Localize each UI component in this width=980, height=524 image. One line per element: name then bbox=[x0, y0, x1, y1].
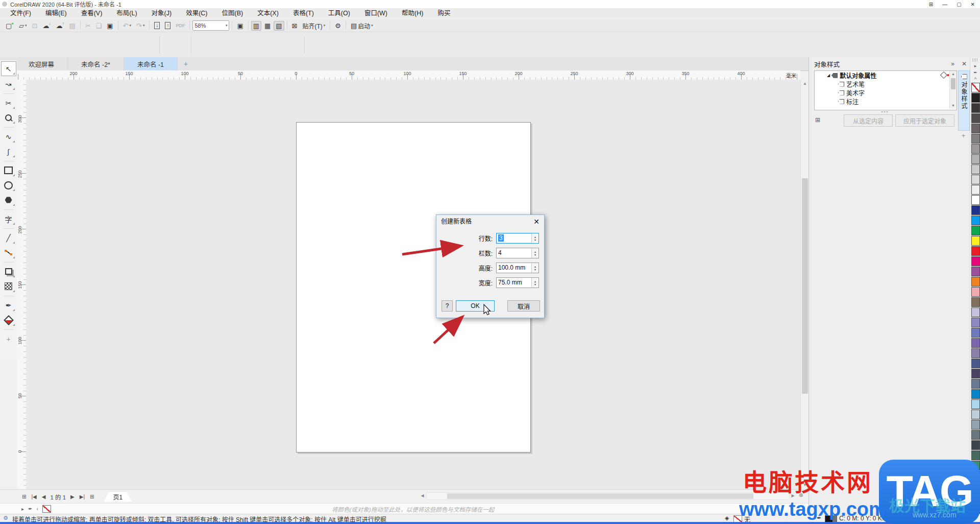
last-page-button[interactable]: ▶| bbox=[77, 494, 87, 499]
color-swatch[interactable] bbox=[971, 318, 980, 327]
doc-palette-no-color-swatch[interactable] bbox=[42, 505, 51, 513]
drop-shadow-tool[interactable] bbox=[2, 265, 16, 278]
next-page-button[interactable]: ▶ bbox=[68, 494, 77, 499]
interactive-fill-tool[interactable] bbox=[2, 313, 16, 327]
menu-item[interactable]: 表格(T) bbox=[286, 8, 321, 18]
color-swatch[interactable] bbox=[971, 185, 980, 195]
doc-palette-flyout-icon[interactable]: ▸ bbox=[19, 506, 26, 512]
horizontal-ruler[interactable]: 20015010050050100150200250300350400 bbox=[17, 70, 800, 80]
color-swatch[interactable] bbox=[971, 359, 980, 368]
doc-palette-eyedropper-icon[interactable]: ✒ bbox=[26, 506, 34, 512]
save-button[interactable]: ⊡ bbox=[30, 21, 39, 31]
color-swatch[interactable] bbox=[971, 369, 980, 378]
color-swatch[interactable] bbox=[971, 93, 980, 103]
export-button[interactable]: ↑ bbox=[163, 21, 173, 30]
widget-icon[interactable]: ⊞ bbox=[929, 2, 933, 7]
menu-item[interactable]: 窗口(W) bbox=[357, 8, 395, 18]
color-swatch[interactable] bbox=[971, 154, 980, 164]
prev-page-button[interactable]: ◀ bbox=[39, 494, 48, 499]
color-swatch[interactable] bbox=[971, 103, 980, 113]
open-button[interactable]: ▱ ▾ bbox=[17, 21, 29, 31]
new-document-button[interactable]: ▢ + bbox=[4, 21, 16, 31]
tab-untitled-1[interactable]: 未命名 -1 bbox=[124, 57, 178, 70]
freehand-tool[interactable]: ∿ bbox=[2, 130, 16, 144]
tree-scrollbar-thumb[interactable] bbox=[951, 78, 955, 89]
tab-welcome[interactable]: 欢迎屏幕 bbox=[15, 57, 68, 70]
tree-item[interactable]: 美术字 bbox=[815, 88, 957, 97]
no-color-swatch[interactable] bbox=[971, 83, 980, 92]
doc-palette-collapse-icon[interactable]: ‹ bbox=[34, 506, 40, 512]
vertical-scrollbar-thumb[interactable] bbox=[802, 178, 808, 394]
dialog-close-icon[interactable]: ✕ bbox=[533, 218, 540, 226]
show-grid-button[interactable]: ▦ bbox=[262, 21, 273, 31]
maximize-button[interactable]: ▢ bbox=[957, 2, 961, 7]
color-swatch[interactable] bbox=[971, 144, 980, 154]
color-swatch[interactable] bbox=[971, 287, 980, 297]
text-tool[interactable]: 字 bbox=[2, 212, 16, 226]
color-swatch[interactable] bbox=[971, 216, 980, 225]
expand-icon[interactable]: ◢ bbox=[827, 73, 830, 78]
vertical-ruler[interactable]: 300250200150100500 bbox=[17, 80, 27, 489]
scroll-left-icon[interactable]: ◀ bbox=[419, 492, 426, 499]
options-button[interactable]: ⚙ bbox=[333, 21, 343, 31]
new-document-tab-button[interactable]: + bbox=[178, 57, 194, 70]
tree-item[interactable]: 标注 bbox=[815, 97, 957, 106]
connector-tool[interactable] bbox=[2, 246, 16, 259]
color-swatch[interactable] bbox=[971, 430, 980, 440]
shape-tool[interactable]: ↝ bbox=[2, 77, 16, 91]
color-swatch[interactable] bbox=[971, 420, 980, 430]
save-to-cloud-button[interactable]: ☁ ↑ bbox=[54, 21, 66, 31]
rectangle-tool[interactable] bbox=[2, 163, 16, 177]
menu-item[interactable]: 工具(O) bbox=[321, 8, 357, 18]
page-tab[interactable]: 页1 bbox=[104, 492, 132, 502]
object-styles-vertical-tab[interactable]: 对象样式 bbox=[958, 70, 970, 131]
snap-off-button[interactable]: ⊠ bbox=[290, 21, 300, 31]
field-input[interactable]: 4 bbox=[497, 248, 531, 258]
color-swatch[interactable] bbox=[971, 450, 980, 460]
color-swatch[interactable] bbox=[971, 236, 980, 246]
ellipse-tool[interactable] bbox=[2, 178, 16, 192]
palette-eyedropper-icon[interactable]: ✒ bbox=[970, 69, 980, 76]
color-swatch[interactable] bbox=[971, 256, 980, 266]
color-swatch[interactable] bbox=[971, 195, 980, 205]
color-swatch[interactable] bbox=[971, 124, 980, 133]
transparency-tool[interactable] bbox=[2, 279, 16, 293]
zoom-tool[interactable] bbox=[2, 111, 16, 125]
field-input[interactable]: 75.0 mm bbox=[497, 278, 531, 288]
show-guidelines-button[interactable]: ▧ bbox=[274, 21, 284, 31]
apply-to-selection-button[interactable]: 应用于选定对象 bbox=[895, 114, 954, 127]
artistic-media-tool[interactable]: ∫ bbox=[2, 145, 16, 158]
menu-item[interactable]: 购买 bbox=[430, 8, 457, 18]
fullscreen-preview-button[interactable]: ▣ bbox=[235, 21, 245, 31]
add-docker-button[interactable]: + bbox=[958, 132, 969, 139]
field-spinner[interactable]: ▴▾ bbox=[531, 248, 538, 258]
color-swatch[interactable] bbox=[971, 338, 980, 348]
color-swatch[interactable] bbox=[971, 277, 980, 287]
color-swatch[interactable] bbox=[971, 389, 980, 399]
minimize-button[interactable]: — bbox=[942, 2, 947, 7]
menu-item[interactable]: 对象(J) bbox=[144, 8, 179, 18]
redo-button[interactable]: ↷ ▾ bbox=[134, 21, 146, 31]
menu-item[interactable]: 文件(F) bbox=[3, 8, 38, 18]
color-swatch[interactable] bbox=[971, 348, 980, 358]
add-page-end-button[interactable]: ⊞ bbox=[87, 494, 96, 499]
collapse-docker-icon[interactable]: » bbox=[947, 60, 958, 67]
vertical-scrollbar[interactable]: ▲ ▼ bbox=[800, 80, 809, 489]
new-style-set-icon[interactable]: ⊞ bbox=[815, 116, 820, 124]
scroll-up-icon[interactable]: ▲ bbox=[801, 80, 809, 88]
ok-button[interactable]: OK bbox=[456, 300, 495, 312]
launcher-menu[interactable]: ▤ 启动 ▾ bbox=[349, 20, 375, 31]
field-spinner[interactable]: ▴▾ bbox=[531, 278, 538, 288]
drawing-canvas[interactable] bbox=[26, 80, 800, 489]
publish-pdf-button[interactable]: PDF bbox=[174, 21, 187, 31]
color-swatch[interactable] bbox=[971, 410, 980, 419]
palette-flyout-icon[interactable]: ▸ bbox=[970, 63, 980, 69]
show-rulers-button[interactable]: ▥ bbox=[251, 21, 261, 31]
tab-untitled-2[interactable]: 未命名 -2* bbox=[68, 57, 124, 70]
menu-item[interactable]: 帮助(H) bbox=[395, 8, 430, 18]
tree-scrollbar[interactable]: ▲ ▼ bbox=[949, 71, 957, 109]
color-swatch[interactable] bbox=[971, 379, 980, 389]
tree-item-default-properties[interactable]: ◢ 默认对象属性 bbox=[815, 71, 957, 80]
color-swatch[interactable] bbox=[971, 226, 980, 235]
field-spinner[interactable]: ▴▾ bbox=[531, 263, 538, 273]
